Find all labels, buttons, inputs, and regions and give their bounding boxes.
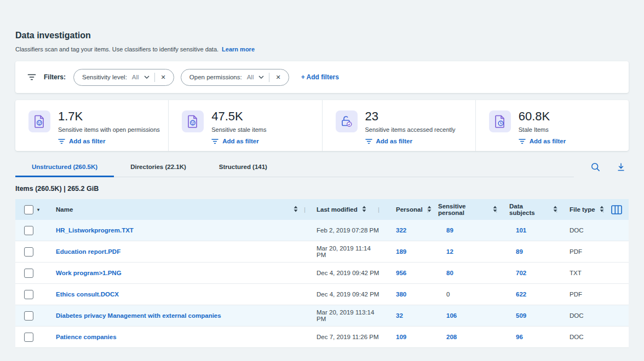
- column-header-file-type[interactable]: File type|: [557, 199, 604, 220]
- sensitive-personal-count[interactable]: 80: [446, 270, 453, 276]
- stat-description: Sensitive items with open permissions: [58, 126, 160, 133]
- personal-count[interactable]: 189: [396, 248, 406, 255]
- close-icon[interactable]: ✕: [274, 74, 281, 81]
- data-subjects-count[interactable]: 89: [516, 248, 523, 255]
- page-header: Data investigation Classifiers scan and …: [0, 0, 644, 53]
- chevron-down-icon[interactable]: [258, 75, 264, 79]
- add-as-filter-label: Add as filter: [69, 138, 105, 144]
- close-icon[interactable]: ✕: [160, 74, 167, 81]
- data-subjects-count[interactable]: 702: [516, 270, 526, 276]
- tabs: Unstructured (260.5K)Directories (22.1K)…: [15, 160, 574, 177]
- learn-more-link[interactable]: Learn more: [222, 46, 255, 53]
- item-name-link[interactable]: Ethics consult.DOCX: [56, 291, 119, 298]
- data-subjects-count[interactable]: 101: [516, 227, 526, 234]
- stat-card-body: 47.5KSensitive stale itemsAdd as filter: [211, 110, 266, 151]
- row-checkbox-cell: [15, 305, 44, 326]
- data-subjects-count[interactable]: 96: [516, 334, 523, 340]
- name-cell: HR_Listworkprogrem.TXT: [44, 227, 306, 234]
- data-subjects-count[interactable]: 622: [516, 291, 526, 298]
- add-as-filter-button[interactable]: Add as filter: [211, 138, 266, 144]
- file-type-cell: PDF: [557, 291, 604, 298]
- sensitive-personal-count[interactable]: 12: [446, 248, 453, 255]
- column-header-name[interactable]: Name|: [44, 199, 306, 220]
- column-header-sensitive-personal[interactable]: Sensitive personal|: [429, 199, 497, 220]
- sensitive-personal-cell: 208: [429, 334, 497, 340]
- column-header-data-subjects[interactable]: Data subjects|: [497, 199, 557, 220]
- item-name-link[interactable]: HR_Listworkprogrem.TXT: [56, 227, 134, 234]
- tab-directories[interactable]: Directories (22.1K): [114, 160, 203, 177]
- personal-cell: 322: [380, 227, 429, 234]
- sort-icon[interactable]: [294, 206, 298, 213]
- tabs-row: Unstructured (260.5K)Directories (22.1K)…: [15, 160, 629, 177]
- stats-cards: 1.7KSensitive items with open permission…: [15, 100, 629, 151]
- item-name-link[interactable]: Patience companies: [56, 334, 117, 340]
- page-title: Data investigation: [15, 31, 629, 40]
- add-as-filter-button[interactable]: Add as filter: [519, 138, 566, 144]
- download-icon[interactable]: [617, 162, 625, 172]
- add-as-filter-button[interactable]: Add as filter: [58, 138, 160, 144]
- stat-value: 1.7K: [58, 110, 160, 123]
- tabs-actions: [591, 162, 625, 172]
- personal-count[interactable]: 380: [396, 291, 406, 298]
- add-filters-button[interactable]: + Add filters: [301, 73, 339, 81]
- select-menu-caret-icon[interactable]: ▾: [37, 207, 39, 212]
- column-label: Last modified: [317, 206, 358, 213]
- data-subjects-count[interactable]: 509: [516, 312, 526, 319]
- filter-chip-0[interactable]: Sensitivity level:All✕: [73, 69, 174, 86]
- personal-count[interactable]: 956: [396, 270, 406, 276]
- column-header-last-modified[interactable]: Last modified|: [306, 199, 380, 220]
- item-name-link[interactable]: Diabetes privacy Management with externa…: [56, 312, 221, 319]
- columns-settings-icon[interactable]: [611, 205, 622, 214]
- last-modified-cell: Mar 20, 2019 11:14 PM: [306, 245, 380, 258]
- item-name-link[interactable]: Work program>1.PNG: [56, 270, 122, 276]
- filter-funnel-icon: [519, 138, 526, 144]
- filter-chip-label: Sensitivity level:: [82, 74, 127, 80]
- filter-chip-label: Open permissions:: [189, 74, 242, 80]
- stat-card-2: 23Sensitive items accessed recentlyAdd a…: [322, 100, 475, 151]
- item-name-link[interactable]: Education report.PDF: [56, 248, 120, 255]
- sensitive-personal-count[interactable]: 106: [446, 312, 457, 319]
- row-checkbox-cell: [15, 327, 44, 347]
- sort-icon[interactable]: [362, 206, 366, 213]
- chevron-down-icon[interactable]: [144, 75, 150, 79]
- table-row: Patience companiesDec 7, 2019 11:26 PM10…: [15, 327, 629, 348]
- file-type-cell: TXT: [557, 270, 604, 276]
- personal-count[interactable]: 322: [396, 227, 406, 234]
- personal-count[interactable]: 109: [396, 334, 406, 340]
- tab-unstructured[interactable]: Unstructured (260.5K): [15, 160, 114, 177]
- search-icon[interactable]: [591, 162, 600, 172]
- row-checkbox[interactable]: [24, 290, 33, 299]
- sensitive-personal-count[interactable]: 208: [446, 334, 457, 340]
- sensitive-personal-cell: 12: [429, 248, 497, 255]
- select-all-checkbox[interactable]: [24, 205, 33, 214]
- name-cell: Education report.PDF: [44, 248, 306, 255]
- column-settings-cell: [604, 205, 629, 214]
- row-checkbox[interactable]: [24, 269, 33, 278]
- tab-structured[interactable]: Structured (141): [203, 160, 284, 177]
- sensitive-personal-count[interactable]: 89: [446, 227, 453, 234]
- sensitive-document-icon: [28, 110, 50, 132]
- personal-cell: 956: [380, 270, 429, 276]
- stat-description: Stale Items: [519, 126, 566, 133]
- file-type-cell: DOC: [557, 334, 604, 340]
- row-checkbox[interactable]: [24, 226, 33, 235]
- row-checkbox[interactable]: [24, 333, 33, 342]
- sensitive-personal-cell: 80: [429, 270, 497, 276]
- filter-chip-1[interactable]: Open permissions:All✕: [181, 69, 289, 86]
- row-checkbox-cell: [15, 220, 44, 241]
- add-as-filter-button[interactable]: Add as filter: [365, 138, 456, 144]
- row-checkbox[interactable]: [24, 311, 33, 321]
- row-checkbox[interactable]: [24, 247, 33, 257]
- stat-card-1: 47.5KSensitive stale itemsAdd as filter: [168, 100, 321, 151]
- personal-count[interactable]: 32: [396, 312, 403, 319]
- last-modified-cell: Feb 2, 2019 07:28 PM: [306, 227, 380, 234]
- stat-value: 23: [365, 110, 456, 123]
- data-subjects-cell: 89: [497, 248, 557, 255]
- filter-chips: Sensitivity level:All✕Open permissions:A…: [73, 69, 289, 86]
- data-subjects-cell: 96: [497, 334, 557, 340]
- filter-funnel-icon: [58, 138, 65, 144]
- personal-cell: 32: [380, 312, 429, 319]
- column-header-personal[interactable]: Personal|: [380, 199, 429, 220]
- name-cell: Ethics consult.DOCX: [44, 291, 306, 298]
- stat-value: 60.8K: [519, 110, 566, 123]
